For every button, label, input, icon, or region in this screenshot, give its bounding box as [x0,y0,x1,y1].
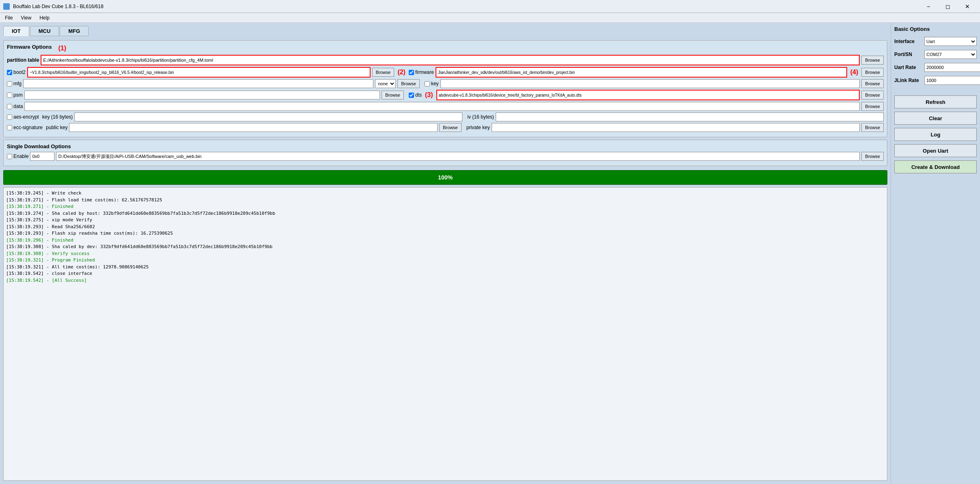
interface-select[interactable]: Uart USB JTAG [924,37,977,46]
uart-rate-row: Uart Rate [894,63,977,72]
aes-label: aes-encrypt [13,114,39,120]
key-checkbox-label[interactable]: key [425,81,439,86]
firmware-checkbox[interactable] [409,70,414,75]
port-select[interactable]: COM27 COM1 COM2 [924,50,977,59]
minimize-button[interactable]: − [919,0,938,13]
menu-file[interactable]: File [2,14,16,22]
psm-checkbox[interactable] [7,93,12,98]
boot2-checkbox-label[interactable]: boot2 [7,69,26,75]
address-input[interactable] [30,152,54,161]
tab-mcu[interactable]: MCU [30,26,59,36]
clear-button[interactable]: Clear [894,112,977,125]
data-checkbox-label[interactable]: data [7,104,23,109]
firmware-input[interactable] [436,68,846,77]
maximize-button[interactable]: ◻ [939,0,957,13]
close-button[interactable]: ✕ [958,0,977,13]
log-line: [15:38:19.542] - close interface [6,270,885,277]
iv-label: iv (16 bytes) [467,114,494,120]
aes-checkbox-label[interactable]: aes-encrypt [7,114,39,120]
enable-checkbox[interactable] [7,154,12,159]
data-row: data Browse [7,102,884,111]
dts-input[interactable] [437,91,859,99]
mfg-key-row: mfg none Browse key Browse [7,79,884,88]
boot2-browse-btn[interactable]: Browse [372,68,395,77]
log-button[interactable]: Log [894,128,977,141]
log-line: [15:38:19.308] - Verify success [6,251,885,257]
partition-input[interactable] [41,56,859,65]
annotation-4: (4) [850,69,859,76]
menu-view[interactable]: View [17,14,35,22]
boot2-input[interactable] [28,68,370,77]
iv-input[interactable] [496,112,884,121]
log-line: [15:38:19.271] - Finished [6,203,885,210]
basic-options-title: Basic Options [894,26,977,32]
ecc-private-browse-btn[interactable]: Browse [861,123,884,132]
firmware-checkbox-label[interactable]: firmware [409,69,434,75]
single-browse-btn[interactable]: Browse [861,152,884,161]
dts-browse-btn[interactable]: Browse [861,91,884,99]
jlink-rate-label: JLink Rate [894,78,923,83]
tab-mfg[interactable]: MFG [60,26,89,36]
jlink-rate-row: JLink Rate [894,76,977,85]
partition-browse-btn[interactable]: Browse [861,56,884,65]
log-line: [15:38:19.321] - Program Finished [6,257,885,264]
uart-rate-label: Uart Rate [894,65,923,70]
ecc-private-key-input[interactable] [492,123,860,132]
left-panel: IOT MCU MFG Firmware Options (1) partiti… [0,23,891,484]
dts-checkbox[interactable] [409,93,414,98]
firmware-browse-btn[interactable]: Browse [861,68,884,77]
right-panel: Basic Options Interface Uart USB JTAG Po… [891,23,980,484]
ecc-row: ecc-signature public key Browse private … [7,123,884,132]
ecc-label: ecc-signature [13,125,43,130]
mfg-checkbox[interactable] [7,81,12,86]
mfg-input[interactable] [23,79,373,88]
single-download-section: Single Download Options Enable Browse [3,140,887,166]
log-line: [15:38:19.293] - Read Sha256/6602 [6,224,885,231]
key-browse-btn[interactable]: Browse [861,79,884,88]
annotation-2: (2) [397,69,405,76]
menu-help[interactable]: Help [36,14,53,22]
main-content: IOT MCU MFG Firmware Options (1) partiti… [0,23,980,484]
title-bar: Bouffalo Lab Dev Cube 1.8.3 - BL616/618 … [0,0,980,13]
key-checkbox[interactable] [425,81,430,86]
mfg-browse-btn[interactable]: Browse [397,79,420,88]
refresh-button[interactable]: Refresh [894,95,977,108]
data-input[interactable] [24,102,860,111]
dts-checkbox-label[interactable]: dts [409,92,422,98]
partition-label: partition table [7,57,39,63]
progress-label: 100% [438,174,453,181]
single-download-row: Enable Browse [7,152,884,161]
log-line: [15:38:19.274] - Sha caled by host: 332b… [6,210,885,217]
mfg-select[interactable]: none [375,79,396,88]
tab-iot[interactable]: IOT [3,26,29,36]
port-row: Port/SN COM27 COM1 COM2 [894,50,977,59]
create-download-button[interactable]: Create & Download [894,160,977,173]
log-line: [15:38:19.542] - [All Success] [6,277,885,284]
psm-checkbox-label[interactable]: psm [7,92,23,98]
psm-browse-btn[interactable]: Browse [382,91,404,99]
aes-checkbox[interactable] [7,115,12,120]
data-checkbox[interactable] [7,104,12,109]
log-line: [15:38:19.296] - Finished [6,237,885,244]
ecc-public-browse-btn[interactable]: Browse [439,123,462,132]
log-line: [15:38:19.308] - Sha caled by dev: 332bf… [6,244,885,251]
ecc-checkbox-label[interactable]: ecc-signature [7,125,43,130]
uart-rate-input[interactable] [924,63,980,72]
ecc-checkbox[interactable] [7,125,12,130]
aes-key-input[interactable] [74,112,462,121]
log-area: [15:38:19.245] - Write check[15:38:19.27… [3,187,887,481]
mfg-checkbox-label[interactable]: mfg [7,81,22,86]
log-line: [15:38:19.271] - Flash load time cost(ms… [6,197,885,204]
psm-input[interactable] [24,91,380,99]
title-bar-left: Bouffalo Lab Dev Cube 1.8.3 - BL616/618 [3,3,104,10]
port-label: Port/SN [894,52,923,57]
jlink-rate-input[interactable] [924,76,980,85]
open-uart-button[interactable]: Open Uart [894,144,977,157]
ecc-public-key-input[interactable] [69,123,438,132]
boot2-checkbox[interactable] [7,70,12,75]
data-browse-btn[interactable]: Browse [861,102,884,111]
key-input[interactable] [440,79,860,88]
single-file-input[interactable] [56,152,860,161]
enable-checkbox-label[interactable]: Enable [7,153,28,159]
aes-key-label: key (16 bytes) [42,114,73,120]
